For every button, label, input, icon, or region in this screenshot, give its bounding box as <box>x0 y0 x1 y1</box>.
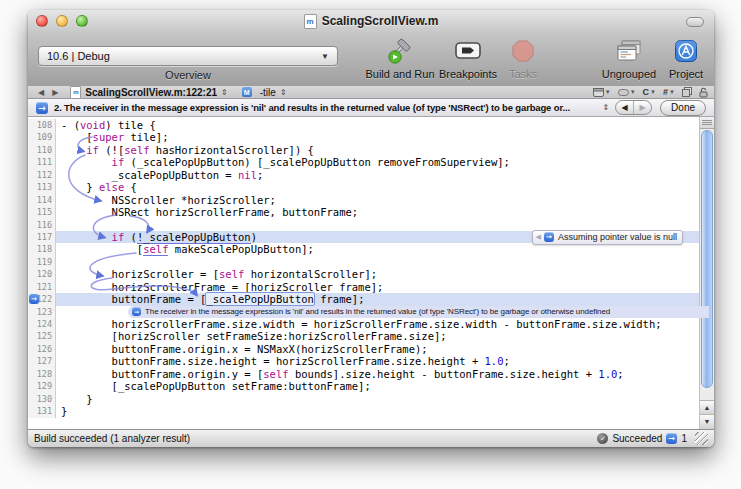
bookmarks-icon[interactable]: ▼ <box>618 89 636 96</box>
line-number-gutter[interactable]: 114 <box>28 194 56 206</box>
lock-icon[interactable] <box>699 87 708 98</box>
line-number-gutter[interactable]: 109 <box>28 131 56 143</box>
scroll-down-button[interactable]: ▼ <box>700 414 714 429</box>
code-line[interactable]: 108- (void) tile { <box>28 119 699 131</box>
split-editor-handle[interactable] <box>700 117 714 129</box>
code-text[interactable]: horizScrollerFrame = [horizScroller fram… <box>56 281 699 293</box>
analyzer-count-icon[interactable]: → <box>666 433 677 444</box>
code-line[interactable]: 120 horizScroller = [self horizontalScro… <box>28 268 699 280</box>
code-text[interactable]: if (_scalePopUpButton) [_scalePopUpButto… <box>56 156 699 168</box>
source-editor[interactable]: 108- (void) tile {109 [super tile];110 i… <box>28 117 714 429</box>
window-titlebar[interactable]: m ScalingScrollView.m <box>28 10 714 33</box>
code-line[interactable]: ◀→Assuming pointer value is null117 if (… <box>28 231 699 243</box>
toolbar-toggle-button[interactable] <box>686 17 704 27</box>
code-text[interactable]: NSScroller *horizScroller; <box>56 194 699 206</box>
go-back-button[interactable]: ◀ <box>34 88 48 97</box>
code-text[interactable]: buttonFrame.size.height = horizScrollerF… <box>56 355 699 367</box>
minimize-button[interactable] <box>56 15 68 27</box>
line-number-gutter[interactable]: 125 <box>28 330 56 342</box>
code-text[interactable]: if (![self hasHorizontalScroller]) { <box>56 144 699 156</box>
code-text[interactable]: [horizScroller setFrameSize:horizScrolle… <box>56 330 699 342</box>
zoom-button[interactable] <box>76 15 88 27</box>
code-text[interactable]: horizScrollerFrame.size.width = horizScr… <box>56 318 699 330</box>
code-line[interactable]: 131} <box>28 405 699 417</box>
file-location-popup[interactable]: ScalingScrollView.m:122:21 <box>85 87 217 98</box>
counterpart-window-icon[interactable]: ▼ <box>593 88 611 97</box>
code-line[interactable]: 115 NSRect horizScrollerFrame, buttonFra… <box>28 206 699 218</box>
analyzer-count[interactable]: 1 <box>681 433 687 444</box>
code-text[interactable]: NSRect horizScrollerFrame, buttonFrame; <box>56 206 699 218</box>
line-number-gutter[interactable]: 108 <box>28 119 56 131</box>
line-number-gutter[interactable]: 116 <box>28 219 56 231</box>
next-result-button[interactable]: ▶ <box>634 101 651 114</box>
code-line[interactable]: 126 buttonFrame.origin.x = NSMaxX(horizS… <box>28 343 699 355</box>
method-popup-stepper-icon[interactable]: ⇕ <box>280 88 287 97</box>
code-line[interactable]: 119 <box>28 256 699 268</box>
line-number-gutter[interactable]: 118 <box>28 243 56 255</box>
line-number-gutter[interactable]: 131 <box>28 405 56 417</box>
line-number-gutter[interactable]: 126 <box>28 343 56 355</box>
line-number-gutter[interactable]: 129 <box>28 380 56 392</box>
build-status-label[interactable]: Succeeded <box>612 433 662 444</box>
line-number-gutter[interactable]: 111 <box>28 156 56 168</box>
line-number-gutter[interactable]: 110 <box>28 144 56 156</box>
overview-popup[interactable]: 10.6 | Debug ▼ <box>38 46 338 66</box>
vertical-scrollbar[interactable]: ▲ ▼ <box>699 117 714 429</box>
line-number-gutter[interactable]: 112 <box>28 169 56 181</box>
window-resize-grip[interactable] <box>695 432 708 445</box>
analyzer-step-placard[interactable]: ◀→Assuming pointer value is null <box>532 230 683 245</box>
code-text[interactable]: [self makeScalePopUpButton]; <box>56 243 699 255</box>
line-number-gutter[interactable]: 115 <box>28 206 56 218</box>
project-button[interactable]: Project <box>641 36 731 80</box>
code-line[interactable]: 114 NSScroller *horizScroller; <box>28 194 699 206</box>
tasks-button[interactable]: Tasks <box>478 36 568 80</box>
line-number-gutter[interactable]: 128 <box>28 368 56 380</box>
code-text[interactable]: [super tile]; <box>56 131 699 143</box>
code-text[interactable]: } <box>56 393 699 405</box>
code-line[interactable]: 112 _scalePopUpButton = nil; <box>28 169 699 181</box>
code-line[interactable]: 128 buttonFrame.origin.y = [self bounds]… <box>28 368 699 380</box>
code-text[interactable]: [_scalePopUpButton setFrame:buttonFrame]… <box>56 380 699 392</box>
code-text[interactable]: buttonFrame.origin.y = [self bounds].siz… <box>56 368 699 380</box>
line-number-gutter[interactable]: 130 <box>28 393 56 405</box>
code-text[interactable]: buttonFrame.origin.x = NSMaxX(horizScrol… <box>56 343 699 355</box>
done-button[interactable]: Done <box>660 100 706 116</box>
code-line[interactable]: 110 if (![self hasHorizontalScroller]) { <box>28 144 699 156</box>
analyzer-issue-bubble[interactable]: →The receiver in the message expression … <box>128 306 709 318</box>
code-line[interactable]: 129 [_scalePopUpButton setFrame:buttonFr… <box>28 380 699 392</box>
line-number-gutter[interactable]: 127 <box>28 355 56 367</box>
code-text[interactable]: horizScroller = [self horizontalScroller… <box>56 268 699 280</box>
code-text[interactable]: _scalePopUpButton = nil; <box>56 169 699 181</box>
code-text[interactable]: buttonFrame = [_scalePopUpButton frame]; <box>56 293 699 305</box>
previous-result-button[interactable]: ◀ <box>616 101 634 114</box>
line-number-gutter[interactable]: 124 <box>28 318 56 330</box>
build-succeeded-icon[interactable]: ✓ <box>597 433 608 444</box>
scroll-up-button[interactable]: ▲ <box>700 400 714 415</box>
code-text[interactable] <box>56 256 699 268</box>
code-line[interactable]: 127 buttonFrame.size.height = horizScrol… <box>28 355 699 367</box>
line-number-gutter[interactable]: 123 <box>28 306 56 318</box>
code-text[interactable]: - (void) tile { <box>56 119 699 131</box>
go-forward-button[interactable]: ▶ <box>48 88 62 97</box>
code-line[interactable]: 109 [super tile]; <box>28 131 699 143</box>
analyzer-line-badge-icon[interactable]: → <box>29 294 39 304</box>
close-button[interactable] <box>36 15 48 27</box>
code-line[interactable]: 118 [self makeScalePopUpButton]; <box>28 243 699 255</box>
code-line[interactable]: 121 horizScrollerFrame = [horizScroller … <box>28 281 699 293</box>
code-line[interactable]: →The receiver in the message expression … <box>28 306 699 318</box>
pragma-marks-button[interactable]: # ▼ <box>663 87 675 97</box>
line-number-gutter[interactable]: 120 <box>28 268 56 280</box>
included-files-icon[interactable] <box>682 87 692 97</box>
code-line[interactable]: 111 if (_scalePopUpButton) [_scalePopUpB… <box>28 156 699 168</box>
code-text[interactable]: } <box>56 405 699 417</box>
code-line[interactable]: 125 [horizScroller setFrameSize:horizScr… <box>28 330 699 342</box>
code-line[interactable]: 130 } <box>28 393 699 405</box>
code-line[interactable]: →122 buttonFrame = [_scalePopUpButton fr… <box>28 293 699 305</box>
scrollbar-thumb[interactable] <box>701 130 713 388</box>
line-number-gutter[interactable]: →122 <box>28 293 56 305</box>
code-line[interactable]: 113 } else { <box>28 181 699 193</box>
file-popup-stepper-icon[interactable]: ⇕ <box>221 88 228 97</box>
line-number-gutter[interactable]: 117 <box>28 231 56 243</box>
code-text[interactable]: } else { <box>56 181 699 193</box>
line-number-gutter[interactable]: 119 <box>28 256 56 268</box>
